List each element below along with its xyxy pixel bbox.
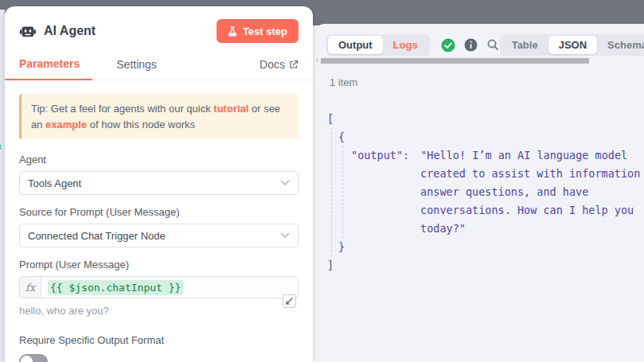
node-header: AI Agent Test step (5, 6, 313, 53)
output-format-toggle[interactable] (19, 354, 48, 362)
format-switcher: Table JSON Schema (500, 34, 644, 56)
toggle-knob (21, 356, 33, 362)
json-output-view: [ { "output":"Hello! I’m an AI language … (327, 110, 644, 362)
tip-text-suffix: of how this node works (87, 119, 195, 130)
indent-guide (331, 128, 332, 256)
tip-callout: Tip: Get a feel for agents with our quic… (19, 94, 299, 139)
json-value-line: created to assist with information (420, 165, 644, 183)
tab-logs[interactable]: Logs (383, 36, 428, 54)
horizontal-scrollbar[interactable]: ‹ (316, 58, 644, 64)
output-status-icons (441, 38, 500, 53)
json-value-line: answer questions, and have (420, 183, 644, 201)
scrollbar-thumb[interactable] (321, 58, 589, 64)
fx-badge: fx (20, 277, 41, 298)
robot-icon (19, 22, 37, 40)
expression-token: {{ $json.chatInput }} (48, 280, 183, 295)
json-object-open: { (338, 128, 644, 146)
node-tabs: Parameters Settings Docs (5, 53, 313, 80)
json-object-close: } (338, 238, 644, 256)
view-switcher: Output Logs (326, 34, 430, 56)
json-array-close: ] (327, 256, 644, 274)
chevron-down-icon (280, 180, 290, 186)
example-link[interactable]: example (45, 119, 87, 130)
agent-field-label: Agent (19, 154, 299, 165)
external-link-icon (289, 60, 299, 69)
chevron-down-icon (280, 232, 290, 239)
expression-resolved-hint: hello, who are you? (19, 305, 299, 317)
node-detail-panel: AI Agent Test step Parameters Settings D… (5, 6, 313, 362)
tip-text: Tip: Get a feel for agents with our quic… (31, 103, 213, 115)
tab-output[interactable]: Output (328, 36, 383, 54)
tab-schema[interactable]: Schema (597, 36, 644, 54)
tab-json[interactable]: JSON (548, 36, 597, 54)
output-panel-controls: Output Logs (326, 34, 641, 56)
json-value-line: conversations. How can I help you (420, 201, 644, 220)
search-icon[interactable] (486, 38, 500, 52)
agent-select[interactable]: Tools Agent (19, 171, 299, 195)
json-key: "output": (351, 149, 409, 162)
json-value-line: "Hello! I’m an AI language model (420, 149, 627, 162)
prompt-source-value: Connected Chat Trigger Node (28, 230, 166, 242)
tutorial-link[interactable]: tutorial (213, 103, 248, 115)
expand-icon (286, 298, 293, 305)
json-array-open: [ (327, 110, 644, 128)
indent-guide (342, 146, 343, 238)
test-step-label: Test step (243, 25, 287, 37)
info-icon[interactable] (464, 38, 478, 52)
prompt-source-select[interactable]: Connected Chat Trigger Node (19, 224, 299, 247)
output-panel: Output Logs (316, 24, 644, 362)
output-format-label: Require Specific Output Format (19, 334, 299, 346)
tab-parameters[interactable]: Parameters (5, 53, 92, 80)
node-title: AI Agent (44, 24, 96, 38)
items-count: 1 item (330, 76, 357, 88)
docs-link[interactable]: Docs (260, 53, 313, 80)
expression-code[interactable]: {{ $json.chatInput }} (41, 277, 189, 298)
flask-icon (228, 26, 237, 37)
json-key-value-row: "output":"Hello! I’m an AI language mode… (351, 146, 644, 165)
docs-label: Docs (260, 58, 285, 71)
tab-settings[interactable]: Settings (116, 53, 157, 80)
prompt-expression-input[interactable]: fx {{ $json.chatInput }} (19, 276, 299, 298)
json-value-line: today?" (420, 220, 644, 238)
test-step-button[interactable]: Test step (217, 19, 299, 43)
agent-select-value: Tools Agent (28, 177, 81, 189)
prompt-field-label: Prompt (User Message) (19, 259, 299, 271)
success-check-icon (441, 38, 455, 53)
expand-expression-button[interactable] (283, 294, 296, 308)
source-field-label: Source for Prompt (User Message) (19, 206, 299, 218)
scrollbar-left-arrow[interactable]: ‹ (316, 56, 318, 64)
tab-table[interactable]: Table (502, 36, 548, 54)
parameters-body: Tip: Get a feel for agents with our quic… (5, 80, 313, 362)
